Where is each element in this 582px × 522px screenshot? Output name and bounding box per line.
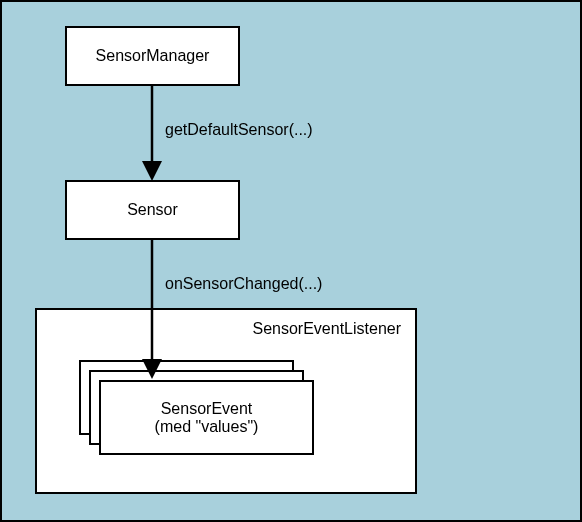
- sensor-event-box: SensorEvent (med "values"): [99, 380, 314, 455]
- sensor-manager-label: SensorManager: [96, 47, 210, 65]
- sensor-event-line2: (med "values"): [155, 418, 259, 436]
- diagram-canvas: SensorManager Sensor getDefaultSensor(..…: [0, 0, 582, 522]
- on-sensor-changed-label: onSensorChanged(...): [165, 275, 322, 293]
- sensor-event-listener-box: SensorEventListener SensorEvent (med "va…: [35, 308, 417, 494]
- sensor-event-line1: SensorEvent: [161, 400, 253, 418]
- get-default-sensor-label: getDefaultSensor(...): [165, 121, 313, 139]
- sensor-label: Sensor: [127, 201, 178, 219]
- sensor-manager-box: SensorManager: [65, 26, 240, 86]
- sensor-box: Sensor: [65, 180, 240, 240]
- sensor-event-listener-title: SensorEventListener: [252, 320, 401, 338]
